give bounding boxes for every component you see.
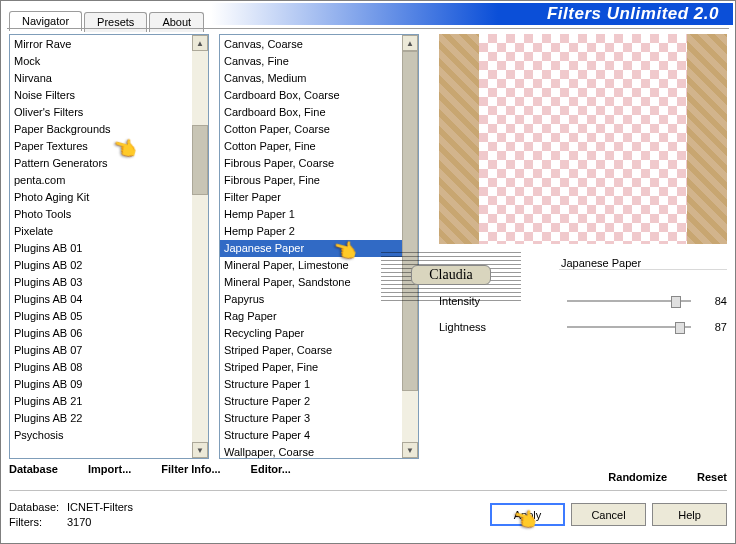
scroll-down-icon[interactable]: ▼ <box>192 442 208 458</box>
randomize-button[interactable]: Randomize <box>608 471 667 483</box>
scroll-down-icon[interactable]: ▼ <box>402 442 418 458</box>
apply-button[interactable]: Apply <box>490 503 565 526</box>
cancel-button[interactable]: Cancel <box>571 503 646 526</box>
list-item[interactable]: Plugins AB 04 <box>10 291 192 308</box>
list-item[interactable]: Plugins AB 07 <box>10 342 192 359</box>
app-title: Filters Unlimited 2.0 <box>547 4 719 24</box>
list-item[interactable]: Noise Filters <box>10 87 192 104</box>
list-item[interactable]: Hemp Paper 2 <box>220 223 402 240</box>
preview-image <box>439 34 727 244</box>
list-item[interactable]: Mineral Paper, Sandstone <box>220 274 402 291</box>
scrollbar-left[interactable]: ▲ ▼ <box>192 35 208 458</box>
list-item[interactable]: Cardboard Box, Coarse <box>220 87 402 104</box>
preview-panel: Japanese Paper Intensity 84 Lightness 87 <box>429 34 727 459</box>
intensity-value: 84 <box>699 295 727 307</box>
list-item[interactable]: Structure Paper 4 <box>220 427 402 444</box>
help-button[interactable]: Help <box>652 503 727 526</box>
list-item[interactable]: Plugins AB 01 <box>10 240 192 257</box>
list-item[interactable]: Psychosis <box>10 427 192 444</box>
list-item[interactable]: Cotton Paper, Fine <box>220 138 402 155</box>
list-item[interactable]: Plugins AB 08 <box>10 359 192 376</box>
list-item[interactable]: Photo Tools <box>10 206 192 223</box>
list-item[interactable]: Mock <box>10 53 192 70</box>
list-item[interactable]: Recycling Paper <box>220 325 402 342</box>
list-item[interactable]: Mirror Rave <box>10 36 192 53</box>
intensity-slider[interactable] <box>567 300 691 302</box>
list-item[interactable]: Structure Paper 1 <box>220 376 402 393</box>
list-item[interactable]: Wallpaper, Coarse <box>220 444 402 458</box>
list-item[interactable]: Striped Paper, Coarse <box>220 342 402 359</box>
list-item[interactable]: Mineral Paper, Limestone <box>220 257 402 274</box>
list-item[interactable]: Structure Paper 3 <box>220 410 402 427</box>
list-item[interactable]: Canvas, Coarse <box>220 36 402 53</box>
list-item[interactable]: Plugins AB 21 <box>10 393 192 410</box>
tab-about[interactable]: About <box>149 12 204 32</box>
list-item[interactable]: Canvas, Medium <box>220 70 402 87</box>
list-item[interactable]: Fibrous Paper, Coarse <box>220 155 402 172</box>
list-item[interactable]: Rag Paper <box>220 308 402 325</box>
import-button[interactable]: Import... <box>88 463 131 483</box>
list-item[interactable]: Plugins AB 05 <box>10 308 192 325</box>
list-item[interactable]: penta.com <box>10 172 192 189</box>
selected-filter-name: Japanese Paper <box>559 257 727 270</box>
tab-presets[interactable]: Presets <box>84 12 147 32</box>
bottom-link-row: Database Import... Filter Info... Editor… <box>9 463 727 483</box>
list-item[interactable]: Filter Paper <box>220 189 402 206</box>
list-item[interactable]: Canvas, Fine <box>220 53 402 70</box>
scroll-thumb[interactable] <box>402 51 418 391</box>
list-item[interactable]: Plugins AB 22 <box>10 410 192 427</box>
filter-info-button[interactable]: Filter Info... <box>161 463 220 483</box>
database-button[interactable]: Database <box>9 463 58 483</box>
list-item[interactable]: Pixelate <box>10 223 192 240</box>
title-bar: Filters Unlimited 2.0 <box>211 3 733 25</box>
list-item[interactable]: Japanese Paper <box>220 240 402 257</box>
dialog-buttons: Apply Cancel Help <box>484 503 727 526</box>
editor-button[interactable]: Editor... <box>251 463 291 483</box>
filters-unlimited-window: Filters Unlimited 2.0 Navigator Presets … <box>0 0 736 544</box>
list-item[interactable]: Oliver's Filters <box>10 104 192 121</box>
lightness-label: Lightness <box>439 321 559 333</box>
list-item[interactable]: Fibrous Paper, Fine <box>220 172 402 189</box>
list-item[interactable]: Plugins AB 06 <box>10 325 192 342</box>
tab-strip: Navigator Presets About <box>9 10 206 30</box>
list-item[interactable]: Plugins AB 02 <box>10 257 192 274</box>
tab-underline <box>7 28 729 29</box>
list-item[interactable]: Cardboard Box, Fine <box>220 104 402 121</box>
category-listbox[interactable]: Mirror RaveMockNirvanaNoise FiltersOlive… <box>9 34 209 459</box>
list-item[interactable]: Photo Aging Kit <box>10 189 192 206</box>
parameters: Intensity 84 Lightness 87 <box>439 290 727 342</box>
list-item[interactable]: Hemp Paper 1 <box>220 206 402 223</box>
list-item[interactable]: Pattern Generators <box>10 155 192 172</box>
list-item[interactable]: Plugins AB 03 <box>10 274 192 291</box>
list-item[interactable]: Paper Backgrounds <box>10 121 192 138</box>
list-item[interactable]: Paper Textures <box>10 138 192 155</box>
reset-button[interactable]: Reset <box>697 471 727 483</box>
list-item[interactable]: Cotton Paper, Coarse <box>220 121 402 138</box>
lightness-value: 87 <box>699 321 727 333</box>
lightness-slider[interactable] <box>567 326 691 328</box>
footer: Database:ICNET-Filters Filters:3170 Appl… <box>9 497 727 537</box>
scrollbar-mid[interactable]: ▲ ▼ <box>402 35 418 458</box>
separator <box>9 490 727 491</box>
list-item[interactable]: Nirvana <box>10 70 192 87</box>
filter-listbox[interactable]: Canvas, CoarseCanvas, FineCanvas, Medium… <box>219 34 419 459</box>
footer-info: Database:ICNET-Filters Filters:3170 <box>9 501 133 531</box>
scroll-up-icon[interactable]: ▲ <box>402 35 418 51</box>
list-item[interactable]: Papyrus <box>220 291 402 308</box>
list-item[interactable]: Striped Paper, Fine <box>220 359 402 376</box>
list-item[interactable]: Structure Paper 2 <box>220 393 402 410</box>
scroll-thumb[interactable] <box>192 125 208 195</box>
main-area: Mirror RaveMockNirvanaNoise FiltersOlive… <box>9 34 727 483</box>
scroll-up-icon[interactable]: ▲ <box>192 35 208 51</box>
list-item[interactable]: Plugins AB 09 <box>10 376 192 393</box>
intensity-label: Intensity <box>439 295 559 307</box>
